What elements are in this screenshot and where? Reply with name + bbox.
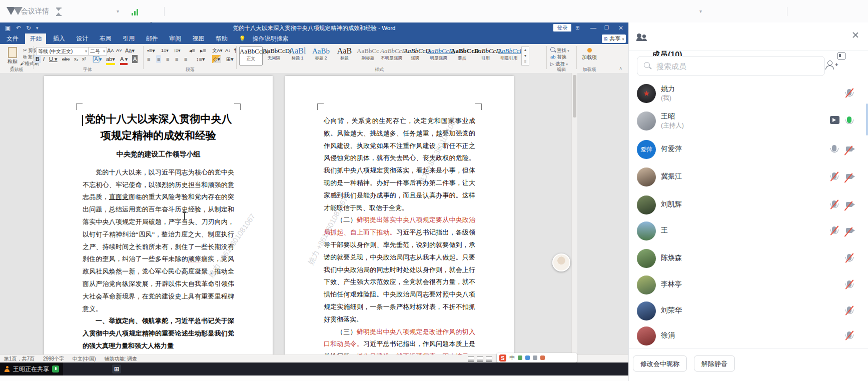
member-row[interactable]: 冀振江 [629, 166, 868, 192]
tab-insert[interactable]: 插入 [49, 34, 70, 44]
align-right-icon[interactable]: ≡ [166, 55, 169, 63]
status-page-count[interactable]: 第1页，共7页 [4, 356, 35, 362]
replace-button[interactable]: ab 替换 [550, 54, 566, 60]
pilcrow-icon[interactable]: ¶ [234, 46, 237, 54]
sogou-mode-icon[interactable]: 中 [509, 353, 515, 362]
status-word-count[interactable]: 2998个字 [43, 356, 64, 362]
style-emphasis[interactable]: AaBbCcD.强调 [404, 46, 426, 64]
mic-icon[interactable] [832, 145, 836, 152]
underline-button[interactable]: U ▾ [49, 55, 58, 63]
style-strong[interactable]: AaBbCcD要点 [451, 46, 473, 64]
meeting-details-button[interactable]: 会议详情 [21, 0, 49, 22]
tab-file[interactable]: 文件 [2, 34, 23, 44]
sogou-mic-icon[interactable] [518, 356, 522, 360]
decrease-indent-icon[interactable]: ◂≡ [189, 46, 195, 54]
member-row[interactable]: ★ 姚力 (我) [629, 83, 868, 108]
collapse-ribbon-icon[interactable]: ˄ [619, 66, 622, 71]
member-row[interactable]: 刘荣华 [629, 300, 868, 326]
word-share-button[interactable]: 🖻 共享 ▾ [602, 34, 626, 43]
style-title[interactable]: AaB标题 [333, 46, 356, 64]
align-left-icon[interactable]: ≡ [147, 55, 150, 63]
style-heading2[interactable]: AaBb标题 2 [310, 46, 332, 64]
bold-button[interactable]: B [34, 55, 41, 63]
member-row[interactable]: 陈焕森 [629, 248, 868, 273]
line-spacing-icon[interactable]: ↕≡▾ [196, 55, 205, 63]
sogou-skin-icon[interactable] [540, 356, 545, 360]
shrink-font-icon[interactable]: A˅ [116, 46, 122, 54]
justify-icon[interactable]: ≡ [175, 55, 178, 63]
find-button[interactable]: 查找 ▾ [550, 47, 569, 54]
sogou-keyboard-icon[interactable] [525, 356, 530, 360]
close-panel-icon[interactable] [852, 32, 859, 38]
camera-off-icon[interactable] [846, 174, 852, 179]
addins-button[interactable]: 加载项 [579, 47, 599, 61]
network-signal-icon[interactable] [132, 9, 138, 16]
timer-chevron-icon[interactable]: ▾ [117, 0, 119, 22]
word-signin-button[interactable]: 登录 [553, 24, 571, 32]
mic-muted-icon[interactable] [832, 172, 836, 179]
member-row[interactable]: 王昭 (主持人) [629, 110, 868, 136]
char-shading-icon[interactable]: A [132, 55, 138, 63]
word-restore-icon[interactable]: ❐ [604, 22, 609, 34]
text-effects-icon[interactable]: 🄰▾ [93, 55, 102, 63]
mic-muted-icon[interactable] [847, 306, 851, 313]
multilevel-list-icon[interactable]: ⁝≡▾ [174, 46, 181, 54]
sort-icon[interactable]: A↓ [225, 46, 231, 54]
mic-muted-icon[interactable] [847, 89, 851, 96]
search-members-input[interactable] [637, 56, 825, 76]
status-language[interactable]: 中文(中国) [73, 356, 96, 362]
style-subtitle[interactable]: AaBbCc副标题 [357, 46, 379, 64]
sogou-input-bar[interactable]: S 中 [497, 353, 577, 362]
grow-font-icon[interactable]: A˄ [107, 46, 114, 54]
mic-on-icon[interactable] [847, 116, 851, 123]
font-size-box[interactable]: 二号 ▾ [88, 47, 107, 56]
subscript-button[interactable]: x₂ [74, 55, 78, 63]
tab-view[interactable]: 视图 [188, 34, 209, 44]
tab-mailings[interactable]: 邮件 [142, 34, 163, 44]
style-heading1[interactable]: AaBl标题 1 [286, 46, 309, 64]
mic-muted-icon[interactable] [847, 254, 851, 260]
highlight-color-icon[interactable]: ab▾ [106, 55, 115, 65]
styles-gallery-more-button[interactable]: ▴▾≡ [521, 46, 529, 66]
mic-muted-icon[interactable] [847, 332, 851, 338]
member-row[interactable]: 李林亭 [629, 274, 868, 300]
mic-muted-icon[interactable] [832, 200, 836, 207]
tab-design[interactable]: 设计 [72, 34, 93, 44]
rename-button[interactable]: 修改会中昵称 [633, 356, 687, 372]
sogou-logo-icon[interactable]: S [499, 354, 506, 362]
font-name-box[interactable]: 等线 (中文正文) ▾ [36, 47, 89, 56]
camera-off-icon[interactable] [846, 202, 852, 207]
ribbon-display-options-icon[interactable]: ⊞ [575, 22, 579, 34]
member-row[interactable]: 徐涓 [629, 326, 868, 350]
camera-off-icon[interactable] [846, 146, 852, 152]
tab-references[interactable]: 引用 [118, 34, 139, 44]
tab-help[interactable]: 帮助 [211, 34, 232, 44]
layout-chevron-icon[interactable]: ▾ [699, 0, 702, 22]
word-vertical-scrollbar[interactable] [571, 73, 577, 354]
mic-muted-icon[interactable] [832, 226, 836, 233]
align-center-icon[interactable]: ≡ [156, 55, 161, 63]
change-case-icon[interactable]: Aa▾ [125, 46, 135, 54]
document-page-1[interactable]: 党的十八大以来深入贯彻中央八项规定精神的成效和经验 中央党的建设工作领导小组 党… [44, 76, 273, 354]
screen-sharing-icon[interactable] [830, 116, 839, 124]
panel-scrollbar[interactable] [866, 104, 868, 136]
mic-muted-icon[interactable] [847, 280, 851, 287]
shading-icon[interactable]: ◇▾ [212, 55, 221, 63]
distribute-icon[interactable]: ≡ [184, 55, 187, 63]
tell-me-search[interactable]: 操作说明搜索 [253, 34, 293, 44]
asian-layout-icon[interactable]: 文A▾ [212, 46, 223, 54]
increase-indent-icon[interactable]: ▸≡ [200, 46, 206, 54]
superscript-button[interactable]: x² [82, 55, 86, 63]
member-row[interactable]: 爱萍 何爱萍 [629, 139, 868, 164]
strikethrough-button[interactable]: abc [62, 55, 70, 63]
bullets-icon[interactable]: •≡▾ [147, 46, 155, 54]
popout-panel-icon[interactable] [837, 52, 845, 60]
style-subtle-emphasis[interactable]: AaBbCcD.不明显强调 [380, 46, 403, 64]
tab-review[interactable]: 审阅 [165, 34, 186, 44]
style-intense-emphasis[interactable]: AaBbCcD.明显强调 [427, 46, 450, 64]
numbering-icon[interactable]: 1≡▾ [161, 46, 169, 54]
camera-off-icon[interactable] [846, 228, 852, 233]
borders-icon[interactable]: ⊞▾ [226, 55, 234, 63]
sogou-toolbox-icon[interactable] [533, 356, 537, 360]
document-page-2[interactable]: 心向背，关系党的生死存亡，决定党和国家事业成败。风险越大、挑战越多、任务越重，越… [285, 76, 514, 354]
